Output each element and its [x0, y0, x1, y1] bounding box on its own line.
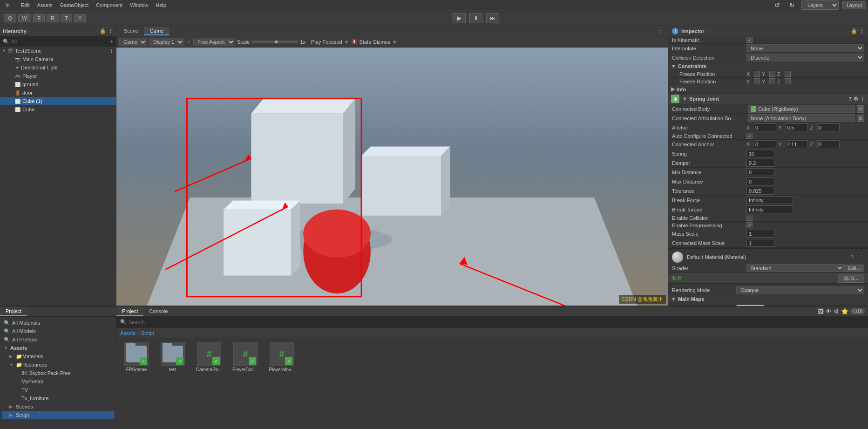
material-menu-icon[interactable]: ⋮: [859, 254, 864, 260]
menu-item-in[interactable]: in: [2, 1, 14, 9]
transform-t-btn[interactable]: T: [61, 14, 72, 22]
tree-all-prefabs[interactable]: 🔍 All Prefabs: [2, 335, 114, 344]
file-item-test[interactable]: ✓ test: [156, 342, 189, 372]
anchor-z-input[interactable]: [817, 123, 840, 131]
connected-articulation-select-btn[interactable]: ⊙: [857, 115, 864, 122]
sj-menu-icon[interactable]: ⋮: [860, 96, 865, 102]
hierarchy-item-door[interactable]: ▶ 🚪 door: [0, 89, 116, 97]
auto-configure-checkbox[interactable]: [746, 133, 753, 139]
bottom-search-input[interactable]: [129, 320, 864, 325]
inspector-menu-icon[interactable]: ⋮: [859, 28, 864, 34]
max-distance-input[interactable]: [746, 177, 774, 185]
transform-e-btn[interactable]: E: [33, 14, 45, 22]
interpolate-dropdown[interactable]: None: [746, 44, 864, 52]
ca-y-input[interactable]: [786, 140, 808, 148]
inspector-lock-icon[interactable]: 🔒: [851, 28, 857, 34]
info-section[interactable]: ▶ Info: [668, 85, 868, 94]
undo-button[interactable]: ↺: [772, 0, 783, 10]
enable-collision-checkbox[interactable]: [746, 215, 753, 221]
fr-y-checkbox[interactable]: [769, 78, 775, 84]
material-help-icon[interactable]: ?: [851, 254, 854, 260]
play-focused-dropdown[interactable]: ▼: [344, 39, 349, 45]
tree-skybox[interactable]: ▶ 8K Skybox Pack Free: [2, 369, 114, 377]
fp-x-checkbox[interactable]: [754, 71, 760, 77]
connected-mass-scale-input[interactable]: [746, 239, 774, 247]
transform-y-btn[interactable]: Y: [74, 14, 86, 22]
menu-item-assets[interactable]: Assets: [34, 1, 56, 9]
hierarchy-item-cube[interactable]: ▶ ⬜ Cube: [0, 105, 116, 114]
scene-menu-icon[interactable]: ⋮: [109, 48, 114, 54]
is-kinematic-checkbox[interactable]: [746, 37, 753, 43]
mass-scale-input[interactable]: [746, 230, 774, 238]
gizmos-btn[interactable]: Gizmos: [373, 39, 390, 45]
hierarchy-item-cube1[interactable]: ▶ ⬜ Cube (1): [0, 97, 116, 105]
enable-preprocessing-checkbox[interactable]: [746, 222, 753, 228]
connected-body-select-btn[interactable]: ⊙: [857, 105, 864, 113]
file-item-playermov[interactable]: # ✓ PlayerMov...: [265, 342, 298, 372]
gizmos-dropdown[interactable]: ▼: [392, 39, 397, 45]
tree-materials[interactable]: ▶ 📁 Materials: [2, 352, 114, 361]
anchor-x-input[interactable]: [754, 123, 776, 131]
min-distance-input[interactable]: [746, 168, 774, 176]
rendering-mode-dropdown[interactable]: Opaque: [736, 286, 864, 294]
tab-menu-icon[interactable]: ⋮: [653, 28, 666, 34]
fp-z-checkbox[interactable]: [785, 71, 791, 77]
menu-item-window[interactable]: Window: [126, 1, 152, 9]
file-item-cameraro[interactable]: # ✓ CameraRo...: [193, 342, 225, 372]
bottom-tab-console[interactable]: Console: [143, 307, 173, 316]
tree-tv[interactable]: ▶ TV: [2, 386, 114, 394]
step-button[interactable]: ⏭: [486, 13, 499, 23]
break-force-input[interactable]: [746, 196, 793, 204]
hierarchy-item-scene[interactable]: ▼ 🎬 Test2Scene ⋮: [0, 47, 116, 55]
play-button[interactable]: ▶: [453, 13, 466, 23]
hierarchy-item-directionallight[interactable]: ▶ ☀ Directional Light: [0, 63, 116, 72]
mute-icon[interactable]: 🔇: [351, 39, 358, 45]
bottom-tool-icon4[interactable]: ⭐: [841, 308, 848, 315]
bottom-tool-icon2[interactable]: 👁: [826, 308, 832, 315]
connected-body-ref[interactable]: Cube (Rigidbody): [748, 105, 855, 113]
add-btn[interactable]: 添加...: [838, 274, 864, 283]
tab-scene[interactable]: Scene: [118, 27, 144, 35]
fp-y-checkbox[interactable]: [769, 71, 775, 77]
breadcrumb-assets[interactable]: Assets: [120, 330, 136, 336]
menu-item-edit[interactable]: Edit: [17, 1, 34, 9]
file-item-fpsgame[interactable]: ✓ FPSgame: [120, 342, 153, 372]
add-hierarchy-btn[interactable]: +: [110, 39, 113, 44]
fr-x-checkbox[interactable]: [754, 78, 760, 84]
tree-resources[interactable]: ▼ 📁 Resources: [2, 361, 114, 369]
layers-dropdown[interactable]: Layers: [801, 0, 839, 10]
hierarchy-lock-icon[interactable]: 🔒: [100, 28, 106, 34]
hierarchy-item-ground[interactable]: ▶ ⬜ ground: [0, 80, 116, 89]
hierarchy-menu-icon[interactable]: ⋮: [108, 28, 113, 34]
game-display-dropdown[interactable]: Game: [119, 38, 147, 46]
sj-settings-icon[interactable]: ⚙: [854, 96, 858, 102]
fr-z-checkbox[interactable]: [785, 78, 791, 84]
main-maps-section[interactable]: ▼ Main Maps: [668, 295, 868, 303]
ca-z-input[interactable]: [817, 140, 840, 148]
tree-script[interactable]: ▶ Script: [2, 411, 114, 419]
tolerance-input[interactable]: [746, 187, 774, 195]
tree-assets-section[interactable]: ▼ Assets: [2, 344, 114, 352]
damper-input[interactable]: [746, 159, 774, 167]
game-display-num-dropdown[interactable]: Display 1: [149, 38, 184, 46]
hierarchy-item-maincamera[interactable]: ▶ 📷 Main Camera: [0, 55, 116, 63]
break-torque-input[interactable]: [746, 205, 793, 213]
bottom-tab-project[interactable]: Project: [0, 307, 27, 316]
hierarchy-item-player[interactable]: ▶ 🎮 Player: [0, 72, 116, 80]
file-item-playercolli[interactable]: # ✓ PlayerColli...: [229, 342, 262, 372]
menu-item-help[interactable]: Help: [152, 1, 170, 9]
tree-all-materials[interactable]: 🔍 All Materials: [2, 319, 114, 327]
sj-help-icon[interactable]: ?: [848, 96, 852, 102]
edit-shader-btn[interactable]: Edit...: [844, 265, 864, 272]
tree-myprefab[interactable]: ▶ MyPrefab: [2, 377, 114, 386]
hierarchy-search-input[interactable]: [11, 39, 108, 44]
constraints-section[interactable]: ▼ Constraints: [668, 62, 868, 70]
tab-game[interactable]: Game: [144, 27, 169, 35]
game-aspect-dropdown[interactable]: Free Aspect: [193, 38, 235, 46]
transform-q-btn[interactable]: Q: [4, 14, 16, 22]
shader-dropdown[interactable]: Standard: [746, 264, 844, 272]
bottom-tool-icon1[interactable]: 🖼: [818, 308, 824, 315]
breadcrumb-script[interactable]: Script: [141, 330, 154, 336]
pause-button[interactable]: ⏸: [469, 13, 482, 23]
spring-input[interactable]: [746, 150, 774, 157]
